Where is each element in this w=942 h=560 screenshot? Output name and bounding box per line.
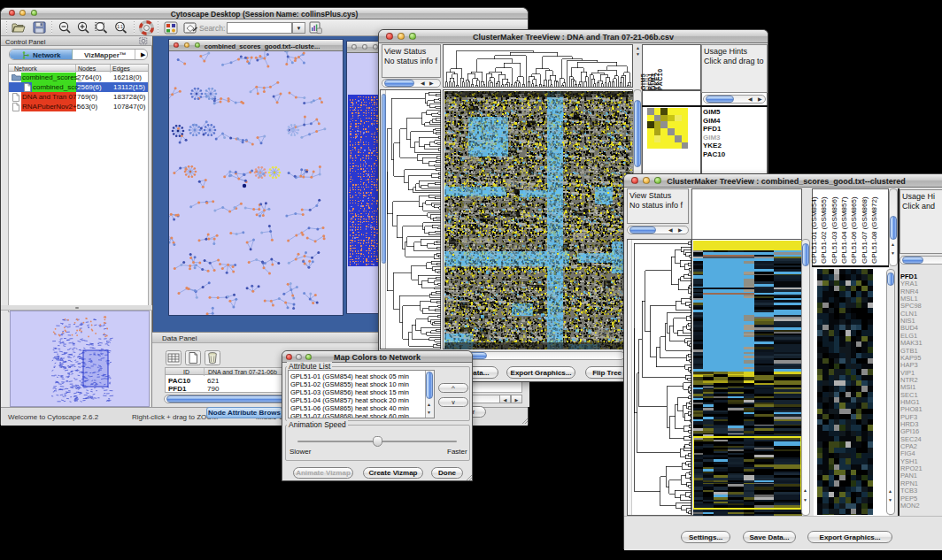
svg-text:1:1: 1:1 xyxy=(117,25,123,29)
